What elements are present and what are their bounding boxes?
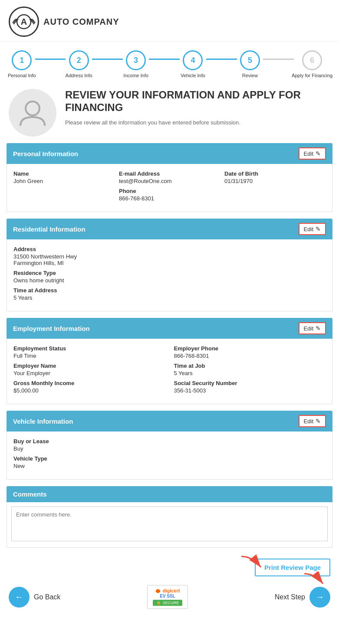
residential-info-header: Residential Information Edit ✎: [7, 219, 332, 239]
digicert-ev-label: EV SSL: [160, 594, 175, 598]
comments-input[interactable]: [11, 507, 328, 541]
phone-value: 866-768-8301: [119, 195, 220, 202]
go-back-button[interactable]: ← Go Back: [9, 587, 60, 608]
edit-residential-label: Edit: [304, 226, 313, 232]
residential-info-title: Residential Information: [13, 226, 86, 233]
employment-info-header: Employment Information Edit ✎: [7, 318, 332, 339]
comments-body: [7, 502, 332, 548]
phone-label: Phone: [119, 188, 220, 194]
employer-phone-value: 866-768-8301: [174, 353, 326, 359]
gross-income-label: Gross Monthly Income: [13, 380, 165, 386]
employment-info-section: Employment Information Edit ✎ Employment…: [7, 318, 332, 404]
step-6[interactable]: 6 Apply for Financing: [292, 50, 332, 78]
address-item: Address 31500 Northwestern Hwy Farmingto…: [13, 246, 326, 266]
vehicle-info-section: Vehicle Information Edit ✎ Buy or Lease …: [7, 411, 332, 480]
step-5[interactable]: 5 Review: [235, 50, 266, 78]
next-step-area: Next Step →: [275, 587, 330, 608]
connector-2-3: [92, 59, 123, 60]
buy-lease-value: Buy: [13, 445, 326, 452]
svg-marker-4: [156, 589, 160, 593]
edit-residential-button[interactable]: Edit ✎: [299, 223, 326, 235]
employer-name-label: Employer Name: [13, 363, 165, 369]
logo-icon: A: [9, 7, 39, 37]
residence-type-label: Residence Type: [13, 270, 326, 276]
connector-1-2: [35, 59, 66, 60]
comments-section: Comments: [7, 486, 332, 548]
step-1[interactable]: 1 Personal Info: [7, 50, 37, 78]
step-4-circle: 4: [183, 50, 203, 70]
company-name: AUTO COMPANY: [43, 17, 119, 27]
employment-status-label: Employment Status: [13, 345, 165, 352]
review-title-area: REVIEW YOUR INFORMATION AND APPLY FOR FI…: [65, 89, 330, 127]
time-at-job-value: 5 Years: [174, 370, 326, 376]
digicert-badge: digicert EV SSL 🔒 SECURE: [147, 585, 188, 609]
dob-label: Date of Birth: [224, 170, 326, 177]
ssn-value: 356-31-5003: [174, 387, 326, 394]
edit-vehicle-button[interactable]: Edit ✎: [299, 415, 326, 427]
name-label: Name: [13, 170, 115, 177]
address-line2: Farmington Hills, MI: [13, 260, 326, 266]
step-1-circle: 1: [12, 50, 32, 70]
step-5-circle: 5: [240, 50, 260, 70]
next-step-button[interactable]: Next Step →: [275, 587, 330, 608]
personal-info-body: Name John Green E-mail Address test@Rout…: [7, 164, 332, 212]
vehicle-info-header: Vehicle Information Edit ✎: [7, 411, 332, 432]
go-back-label: Go Back: [34, 593, 60, 601]
edit-employment-label: Edit: [304, 325, 313, 332]
employment-info-body: Employment Status Full Time Employer Nam…: [7, 339, 332, 404]
secure-bar: 🔒 SECURE: [153, 600, 183, 606]
step-3[interactable]: 3 Income Info: [121, 50, 151, 78]
employer-phone-label: Employer Phone: [174, 345, 326, 352]
email-label: E-mail Address: [119, 170, 220, 177]
step-6-label: Apply for Financing: [292, 73, 332, 78]
personal-col-1: Name John Green: [13, 170, 115, 205]
avatar-icon: [20, 99, 46, 127]
residential-info-body: Address 31500 Northwestern Hwy Farmingto…: [7, 239, 332, 311]
gross-income-value: $5,000.00: [13, 387, 165, 394]
time-at-address-value: 5 Years: [13, 294, 326, 301]
step-2[interactable]: 2 Address Info: [63, 50, 94, 78]
vehicle-info-body: Buy or Lease Buy Vehicle Type New: [7, 432, 332, 480]
time-at-job-item: Time at Job 5 Years: [174, 363, 326, 376]
name-value: John Green: [13, 178, 115, 184]
step-3-label: Income Info: [123, 73, 148, 78]
step-5-label: Review: [242, 73, 258, 78]
edit-employment-button[interactable]: Edit ✎: [299, 322, 326, 334]
ssn-item: Social Security Number 356-31-5003: [174, 380, 326, 394]
edit-employment-icon: ✎: [316, 325, 321, 332]
employer-phone-item: Employer Phone 866-768-8301: [174, 345, 326, 359]
residence-type-item: Residence Type Owns home outright: [13, 270, 326, 284]
edit-personal-button[interactable]: Edit ✎: [299, 147, 326, 160]
review-subtitle: Please review all the information you ha…: [65, 118, 330, 127]
connector-3-4: [149, 59, 180, 60]
email-item: E-mail Address test@RouteOne.com: [119, 170, 220, 184]
lock-icon: 🔒: [156, 601, 161, 605]
digicert-title: digicert: [155, 588, 180, 594]
step-4[interactable]: 4 Vehicle Info: [178, 50, 208, 78]
employment-status-item: Employment Status Full Time: [13, 345, 165, 359]
edit-personal-icon: ✎: [316, 150, 321, 157]
progress-bar: 1 Personal Info 2 Address Info 3 Income …: [0, 42, 339, 80]
step-4-label: Vehicle Info: [181, 73, 205, 78]
logo-area: A AUTO COMPANY: [9, 7, 330, 37]
address-label: Address: [13, 246, 326, 252]
personal-col-2: E-mail Address test@RouteOne.com Phone 8…: [119, 170, 220, 205]
footer-nav: ← Go Back digicert EV SSL 🔒 SECURE: [0, 579, 339, 618]
phone-item: Phone 866-768-8301: [119, 188, 220, 202]
vehicle-type-item: Vehicle Type New: [13, 455, 326, 469]
employer-name-value: Your Employer: [13, 370, 165, 376]
connector-4-5: [206, 59, 237, 60]
time-at-address-item: Time at Address 5 Years: [13, 287, 326, 301]
buy-lease-label: Buy or Lease: [13, 438, 326, 445]
avatar: [9, 89, 56, 137]
page-title: REVIEW YOUR INFORMATION AND APPLY FOR FI…: [65, 89, 330, 114]
step-1-label: Personal Info: [8, 73, 36, 78]
buy-lease-item: Buy or Lease Buy: [13, 438, 326, 452]
personal-info-section: Personal Information Edit ✎ Name John Gr…: [7, 143, 332, 212]
secure-text: SECURE: [163, 601, 179, 605]
step-2-label: Address Info: [66, 73, 92, 78]
edit-personal-label: Edit: [304, 150, 313, 157]
vehicle-type-label: Vehicle Type: [13, 455, 326, 462]
comments-title: Comments: [13, 490, 47, 498]
residence-type-value: Owns home outright: [13, 277, 326, 284]
